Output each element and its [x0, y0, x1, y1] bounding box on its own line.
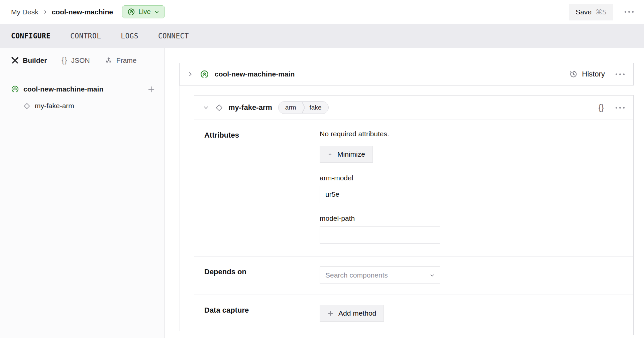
- model-path-label: model-path: [320, 214, 623, 222]
- tree-item-my-fake-arm[interactable]: my-fake-arm: [0, 98, 164, 114]
- select-chevron-down-icon: [429, 273, 435, 278]
- machine-part-title: cool-new-machine-main: [215, 70, 295, 78]
- breadcrumb-parent-link[interactable]: My Desk: [11, 8, 38, 16]
- history-clock-icon: [569, 70, 578, 78]
- component-card-header: my-fake-arm arm fake {}: [194, 96, 633, 120]
- machine-part-card: cool-new-machine-main History: [179, 63, 634, 86]
- component-model-badge: fake: [305, 104, 328, 111]
- breadcrumb-chevron-icon: [43, 10, 47, 14]
- model-path-input[interactable]: [320, 226, 440, 243]
- view-tab-json[interactable]: {} JSON: [62, 56, 90, 65]
- add-method-button[interactable]: Add method: [320, 305, 384, 322]
- depends-on-heading: Depends on: [204, 267, 320, 284]
- add-component-button[interactable]: [147, 85, 155, 94]
- machine-status-label: Live: [138, 8, 151, 16]
- data-capture-section: Data capture Add method: [194, 295, 633, 335]
- history-button[interactable]: History: [569, 70, 605, 78]
- component-type-badge: arm: [279, 104, 302, 111]
- viam-live-icon: [127, 8, 135, 16]
- arm-model-label: arm-model: [320, 174, 623, 182]
- no-required-attributes-text: No required attributes.: [320, 130, 623, 138]
- minimize-button[interactable]: Minimize: [320, 146, 373, 163]
- arm-model-input[interactable]: [320, 186, 440, 203]
- view-tab-frame[interactable]: Frame: [105, 56, 137, 64]
- add-method-button-label: Add method: [338, 309, 376, 317]
- view-tab-builder[interactable]: Builder: [11, 56, 47, 64]
- view-tab-frame-label: Frame: [116, 56, 137, 64]
- depends-on-section: Depends on Search components: [194, 256, 633, 295]
- component-card-menu-icon[interactable]: [616, 107, 625, 109]
- minimize-button-label: Minimize: [337, 150, 365, 158]
- tree-item-machine-part[interactable]: cool-new-machine-main: [0, 81, 164, 98]
- top-header: My Desk cool-new-machine Live Save: [0, 0, 644, 24]
- badge-divider-chevron-icon: [302, 102, 305, 114]
- component-title: my-fake-arm: [228, 103, 272, 112]
- component-diamond-icon: [23, 103, 30, 110]
- depends-on-search-select[interactable]: Search components: [320, 267, 440, 284]
- attributes-section: Attributes No required attributes. Minim…: [194, 120, 633, 256]
- tab-connect[interactable]: CONNECT: [158, 32, 189, 40]
- machine-status-dropdown[interactable]: Live: [122, 5, 165, 18]
- breadcrumb: My Desk cool-new-machine: [11, 8, 113, 16]
- save-button-label: Save: [575, 8, 592, 16]
- depends-on-placeholder: Search components: [325, 271, 388, 279]
- tab-logs[interactable]: LOGS: [121, 32, 138, 40]
- tree-item-machine-part-label: cool-new-machine-main: [23, 85, 103, 93]
- field-arm-model: arm-model: [320, 174, 623, 203]
- status-chevron-down-icon: [154, 9, 159, 15]
- tab-control[interactable]: CONTROL: [70, 32, 101, 40]
- tree-item-my-fake-arm-label: my-fake-arm: [35, 102, 74, 110]
- chevron-up-icon: [327, 152, 333, 157]
- sidebar-view-switcher: Builder {} JSON Frame: [0, 48, 164, 73]
- braces-icon: {}: [62, 56, 67, 65]
- viam-machine-icon: [200, 70, 209, 79]
- frame-axes-icon: [105, 56, 113, 64]
- component-tree: cool-new-machine-main my-fake-arm: [0, 73, 164, 114]
- config-main-panel: cool-new-machine-main History: [165, 48, 644, 338]
- save-shortcut-hint: ⌘S: [596, 8, 607, 16]
- field-model-path: model-path: [320, 214, 623, 243]
- component-card-my-fake-arm: my-fake-arm arm fake {} Attr: [194, 95, 634, 335]
- component-diamond-icon: [215, 104, 223, 112]
- header-actions: Save ⌘S: [569, 4, 634, 20]
- config-sidebar: Builder {} JSON Frame: [0, 48, 165, 338]
- primary-tabbar: CONFIGURE CONTROL LOGS CONNECT: [0, 24, 644, 48]
- attributes-heading: Attributes: [204, 130, 320, 243]
- history-button-label: History: [582, 70, 605, 78]
- view-tab-builder-label: Builder: [23, 56, 47, 64]
- edit-json-icon[interactable]: {}: [599, 103, 604, 112]
- collapse-chevron-down-icon[interactable]: [203, 105, 209, 111]
- breadcrumb-current: cool-new-machine: [52, 8, 113, 16]
- data-capture-heading: Data capture: [204, 305, 320, 322]
- machine-card-menu-icon[interactable]: [616, 73, 625, 75]
- tree-connector-line: [180, 86, 180, 331]
- expand-chevron-right-icon[interactable]: [187, 71, 193, 77]
- plus-icon: [327, 310, 334, 317]
- view-tab-json-label: JSON: [71, 56, 90, 64]
- component-type-model-badge: arm fake: [278, 101, 329, 114]
- tab-configure[interactable]: CONFIGURE: [11, 32, 50, 40]
- save-button[interactable]: Save ⌘S: [569, 4, 613, 20]
- machine-config-page: My Desk cool-new-machine Live Save: [0, 0, 644, 338]
- header-overflow-menu-icon[interactable]: [625, 11, 634, 13]
- tools-icon: [11, 56, 19, 64]
- viam-machine-icon: [11, 85, 19, 93]
